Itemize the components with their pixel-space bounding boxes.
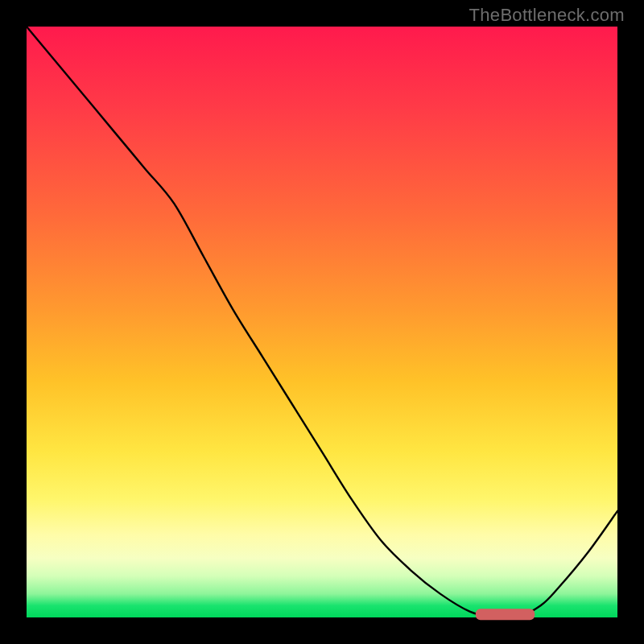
optimal-range-marker	[476, 609, 535, 620]
chart-overlay	[27, 27, 617, 617]
bottleneck-curve	[27, 27, 617, 618]
watermark-label: TheBottleneck.com	[469, 5, 625, 26]
chart-frame: TheBottleneck.com	[0, 0, 644, 644]
